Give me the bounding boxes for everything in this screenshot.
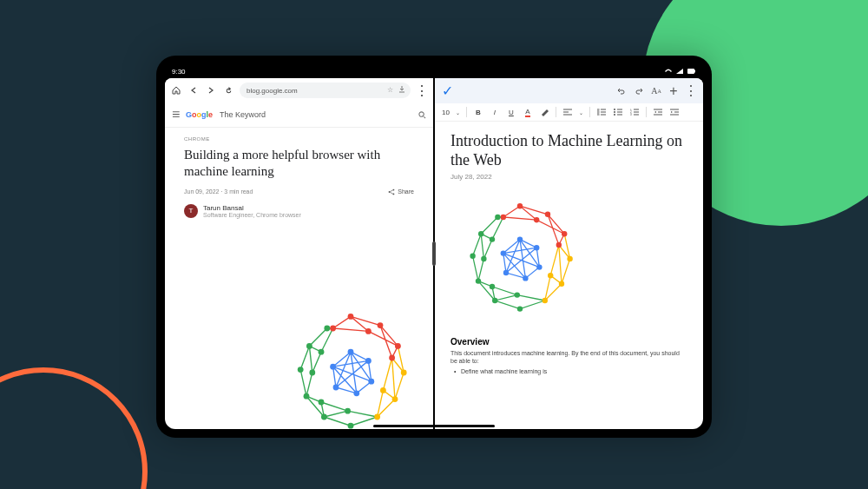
refresh-icon[interactable] (222, 84, 234, 96)
svg-point-32 (368, 379, 374, 385)
home-icon[interactable] (170, 84, 182, 96)
svg-point-68 (556, 242, 562, 248)
indent-icon[interactable] (669, 107, 680, 117)
highlight-icon[interactable] (539, 107, 549, 117)
svg-point-86 (523, 275, 528, 281)
gesture-bar[interactable] (373, 425, 495, 427)
align-chevron-icon[interactable]: ⌄ (579, 109, 583, 116)
svg-point-76 (515, 293, 520, 298)
star-icon[interactable]: ☆ (387, 86, 393, 95)
align-icon[interactable] (562, 107, 573, 117)
underline-icon[interactable]: U (506, 107, 516, 117)
svg-point-81 (495, 215, 500, 220)
author-name: Tarun Bansal (203, 204, 301, 212)
svg-point-31 (365, 358, 372, 364)
svg-point-21 (321, 414, 327, 420)
document-title: Introduction to Machine Learning on the … (450, 132, 687, 169)
forward-icon[interactable] (205, 84, 217, 96)
search-icon[interactable] (418, 107, 426, 122)
status-icons (662, 68, 696, 76)
font-size-value[interactable]: 10 (442, 109, 450, 116)
share-button[interactable]: Share (388, 188, 414, 195)
number-list-icon[interactable]: 123 (629, 107, 640, 117)
svg-point-66 (534, 217, 539, 222)
docs-pane: ✓ AA + ⋮ 10 ⌄ B I U A (435, 78, 703, 429)
text-color-icon[interactable]: A (523, 107, 533, 117)
text-format-icon[interactable]: AA (651, 86, 661, 96)
svg-point-80 (481, 256, 486, 261)
outdent-icon[interactable] (653, 107, 663, 117)
bullet-list-icon[interactable] (613, 107, 623, 117)
document-date: July 28, 2022 (450, 173, 687, 181)
svg-point-85 (536, 265, 542, 270)
svg-line-9 (391, 192, 393, 194)
svg-marker-0 (676, 69, 683, 74)
document-graphic (450, 189, 589, 328)
svg-point-29 (319, 349, 325, 355)
url-bar[interactable]: blog.google.com ☆ (240, 83, 411, 98)
svg-point-87 (503, 270, 509, 275)
svg-point-83 (517, 237, 523, 242)
svg-point-19 (380, 387, 386, 393)
browser-pane: blog.google.com ☆ ⋮ ≡ Google The Keyword (165, 78, 433, 429)
svg-point-77 (490, 284, 495, 289)
svg-point-82 (490, 237, 495, 242)
list-item: Define what machine learning is (450, 368, 687, 374)
svg-point-35 (330, 364, 336, 370)
checklist-icon[interactable] (596, 107, 607, 117)
svg-point-79 (478, 231, 483, 236)
svg-rect-1 (687, 69, 694, 74)
svg-point-74 (492, 298, 497, 303)
svg-point-13 (365, 328, 372, 334)
italic-icon[interactable]: I (490, 107, 500, 117)
article-headline: Building a more helpful browser with mac… (184, 147, 414, 180)
article-meta: Jun 09, 2022 · 3 min read (184, 188, 253, 195)
back-icon[interactable] (187, 84, 200, 96)
insert-icon[interactable]: + (668, 86, 679, 96)
tablet-frame: 9:30 blog.google.com ☆ (156, 56, 712, 438)
svg-rect-2 (694, 69, 695, 72)
svg-line-4 (424, 116, 425, 118)
browser-toolbar: blog.google.com ☆ ⋮ (165, 78, 433, 102)
check-icon[interactable]: ✓ (442, 83, 453, 99)
svg-point-16 (401, 370, 407, 376)
google-logo: Google (186, 110, 213, 119)
document-body[interactable]: Introduction to Machine Learning on the … (435, 122, 703, 429)
section-intro: This document introduces machine learnin… (450, 349, 687, 365)
svg-point-26 (306, 343, 312, 349)
docs-toolbar: 10 ⌄ B I U A ⌄ 123 (435, 103, 703, 122)
svg-point-65 (562, 231, 567, 236)
site-section: The Keyword (220, 110, 266, 119)
svg-point-49 (614, 114, 615, 116)
svg-point-64 (545, 212, 550, 217)
svg-point-3 (419, 112, 424, 116)
bold-icon[interactable]: B (473, 107, 483, 117)
redo-icon[interactable] (634, 86, 644, 96)
status-time: 9:30 (172, 68, 186, 76)
docs-overflow-icon[interactable]: ⋮ (686, 86, 696, 96)
svg-point-47 (614, 111, 615, 113)
undo-icon[interactable] (616, 86, 627, 96)
site-header: ≡ Google The Keyword (165, 102, 433, 128)
svg-point-34 (333, 385, 339, 391)
svg-point-28 (324, 326, 330, 332)
author-role: Software Engineer, Chrome browser (203, 212, 301, 219)
font-size-chevron-icon[interactable]: ⌄ (456, 109, 460, 116)
svg-point-22 (304, 393, 310, 400)
svg-point-11 (378, 322, 384, 328)
svg-point-24 (319, 400, 325, 406)
svg-point-18 (374, 414, 380, 420)
download-icon[interactable] (398, 86, 405, 95)
overflow-icon[interactable]: ⋮ (416, 84, 428, 96)
svg-point-33 (353, 390, 359, 396)
svg-point-78 (470, 254, 475, 259)
svg-point-72 (548, 273, 553, 278)
svg-point-10 (348, 314, 354, 320)
svg-point-15 (389, 355, 395, 361)
svg-point-25 (298, 367, 304, 373)
svg-point-63 (517, 203, 523, 208)
article-category: CHROME (184, 136, 414, 142)
svg-rect-39 (597, 109, 599, 110)
svg-point-17 (392, 396, 398, 402)
menu-icon[interactable]: ≡ (172, 107, 181, 122)
